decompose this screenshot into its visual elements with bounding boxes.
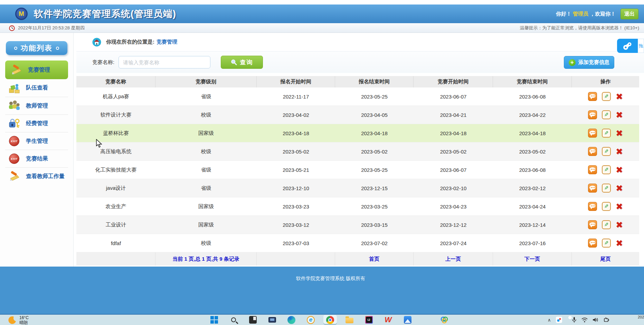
comment-button[interactable]	[588, 165, 597, 174]
cell-level: 国家级	[155, 216, 257, 234]
weather-moon-icon	[8, 315, 17, 324]
edit-button[interactable]: ✎	[602, 165, 611, 174]
delete-button[interactable]: ✖	[616, 184, 623, 193]
comment-button[interactable]	[588, 202, 597, 211]
browser-tip-text: 温馨提示：为了能正常浏览，请使用高版本浏览器！ (IE10+)	[520, 25, 639, 31]
pagination-first-link[interactable]: 首页	[369, 256, 379, 262]
search-button[interactable]: 查询	[221, 56, 263, 69]
comment-button[interactable]	[588, 147, 597, 156]
cell-end: 2023-06-08	[493, 87, 572, 105]
column-header: 报名结束时间	[335, 76, 414, 87]
cell-reg_start: 2023-07-03	[257, 234, 335, 252]
cell-actions: ✎✖	[572, 216, 639, 234]
volume-icon[interactable]	[593, 317, 599, 323]
cell-reg_end: 2023-03-25	[335, 197, 414, 215]
start-button[interactable]	[207, 315, 221, 325]
comment-button[interactable]	[588, 110, 597, 119]
add-competition-button[interactable]: + 添加竞赛信息	[564, 56, 614, 69]
ie-icon[interactable]: e	[304, 315, 318, 325]
table-row[interactable]: 蓝桥杯比赛国家级2023-04-182023-04-182023-04-1820…	[76, 124, 639, 142]
search-taskbar-icon[interactable]	[227, 315, 240, 325]
delete-button[interactable]: ✖	[616, 92, 623, 101]
wifi-icon[interactable]	[581, 317, 588, 323]
photos-icon[interactable]	[401, 315, 414, 325]
cell-actions: ✎✖	[572, 106, 639, 124]
edit-button[interactable]: ✎	[602, 239, 611, 248]
cell-reg_end: 2023-04-18	[335, 124, 414, 142]
netdisk-drag-tab[interactable]: 拖	[638, 39, 644, 53]
cell-reg_start: 2023-04-02	[257, 106, 335, 124]
table-row[interactable]: 机器人pa赛省级2022-11-172023-05-252023-06-0720…	[76, 87, 639, 106]
edit-button[interactable]: ✎	[602, 129, 611, 138]
pagination-row: 当前 1 页,总 1 页,共 9 条记录 首页 上一页 下一页 尾页	[76, 252, 639, 266]
pagination-next-link[interactable]: 下一页	[524, 256, 540, 262]
edit-button[interactable]: ✎	[602, 147, 611, 156]
table-row[interactable]: 化工实验技能大赛省级2023-05-212023-05-252023-06-07…	[76, 161, 639, 179]
edit-button[interactable]: ✎	[602, 202, 611, 211]
edit-button[interactable]: ✎	[602, 110, 611, 119]
comment-button[interactable]	[588, 239, 597, 248]
flower-app-icon[interactable]	[437, 315, 451, 325]
comment-button[interactable]	[588, 129, 597, 138]
username-link[interactable]: 管理员	[573, 11, 588, 17]
baidu-netdisk-tray-icon[interactable]	[556, 317, 562, 323]
column-header: 竞赛结束时间	[493, 76, 572, 87]
column-header: 报名开始时间	[257, 76, 335, 87]
copyright-text: 软件学院竞赛管理系统 版权所有	[296, 276, 365, 282]
comment-button[interactable]	[588, 92, 597, 101]
cell-reg_end: 2023-04-05	[335, 106, 414, 124]
table-row[interactable]: java设计省级2023-12-102023-12-152023-02-1020…	[76, 179, 639, 197]
microphone-icon[interactable]	[572, 317, 577, 323]
sidebar-item-funds-management[interactable]: 经费管理	[5, 114, 68, 132]
search-input[interactable]	[119, 56, 210, 68]
edit-button[interactable]: ✎	[602, 220, 611, 229]
delete-button[interactable]: ✖	[616, 202, 623, 211]
cell-level: 省级	[155, 179, 257, 197]
delete-button[interactable]: ✖	[616, 166, 623, 174]
table-row[interactable]: 软件设计大赛校级2023-04-022023-04-052023-04-2120…	[76, 106, 639, 124]
delete-button[interactable]: ✖	[616, 239, 623, 248]
taskbar-clock-partial[interactable]: 2022/	[638, 315, 644, 325]
cell-level: 校级	[155, 142, 257, 160]
logout-button[interactable]: 退出	[621, 9, 638, 19]
delete-button[interactable]: ✖	[616, 111, 623, 119]
teachers-icon	[8, 100, 20, 112]
chrome-icon[interactable]	[323, 315, 337, 325]
cell-end: 2023-05-02	[493, 142, 572, 160]
file-explorer-icon[interactable]	[343, 315, 356, 325]
pagination-prev-link[interactable]: 上一页	[445, 256, 461, 262]
delete-button[interactable]: ✖	[616, 129, 623, 138]
breadcrumb-current-link[interactable]: 竞赛管理	[157, 39, 177, 45]
sidebar-item-competition-management[interactable]: 竞赛管理	[5, 61, 68, 79]
sidebar-item-team-view[interactable]: 队伍查看	[5, 79, 68, 97]
taskbar-weather-widget[interactable]: 16°C 晴朗	[8, 315, 29, 325]
sidebar-item-competition-results[interactable]: EXIT竞赛结果	[5, 150, 68, 167]
page-footer: 软件学院竞赛管理系统 版权所有	[0, 267, 644, 315]
baidu-netdisk-overlay-button[interactable]	[617, 39, 638, 53]
wps-icon[interactable]: W	[381, 315, 395, 325]
edit-button[interactable]: ✎	[602, 92, 611, 101]
pagination-last-link[interactable]: 尾页	[600, 256, 611, 262]
delete-button[interactable]: ✖	[616, 147, 623, 156]
column-header: 竞赛开始时间	[414, 76, 493, 87]
sidebar-item-teacher-workload[interactable]: 查看教师工作量	[5, 167, 68, 185]
chevron-up-icon[interactable]: ∧	[548, 317, 551, 323]
comment-button[interactable]	[588, 220, 597, 229]
intellij-idea-icon[interactable]: IJ	[362, 315, 376, 325]
edit-button[interactable]: ✎	[602, 184, 611, 193]
dark-app-icon[interactable]	[246, 315, 259, 325]
sidebar-item-student-management[interactable]: EXIT学生管理	[5, 132, 68, 150]
table-row[interactable]: 工业设计国家级2023-03-122023-03-152023-12-12202…	[76, 216, 639, 234]
breadcrumb-prefix: 你现在所在的位置是:	[106, 39, 154, 45]
table-row[interactable]: fdfaf校级2023-07-032023-07-022023-07-24202…	[76, 234, 639, 252]
sidebar-item-teacher-management[interactable]: 教师管理	[5, 97, 68, 114]
table-row[interactable]: 农业生产国家级2023-03-232023-03-252023-04-23202…	[76, 197, 639, 216]
comment-button[interactable]	[588, 184, 597, 193]
remote-pc-icon[interactable]	[265, 315, 279, 325]
power-icon[interactable]	[604, 317, 610, 323]
table-row[interactable]: 高压输电系统校级2023-05-022023-05-022023-05-0220…	[76, 142, 639, 161]
cell-level: 校级	[155, 234, 257, 252]
edge-icon[interactable]	[285, 315, 298, 325]
browser-top-strip	[0, 0, 644, 4]
delete-button[interactable]: ✖	[616, 221, 623, 229]
